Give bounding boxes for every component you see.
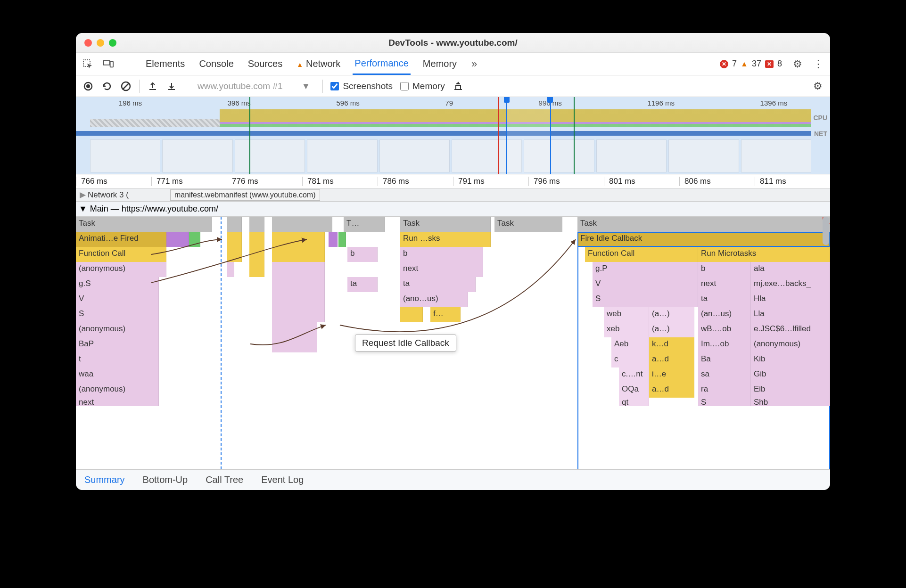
svg-rect-2	[110, 61, 113, 67]
inspect-icon[interactable]	[82, 59, 93, 69]
svg-line-6	[123, 83, 129, 90]
tab-event-log[interactable]: Event Log	[261, 474, 304, 485]
flame-task[interactable]: Task	[76, 217, 212, 232]
main-tabs: Elements Console Sources Network Perform…	[76, 53, 830, 75]
error-icon: ✕	[720, 60, 728, 68]
chevron-down-icon: ▼	[302, 81, 311, 91]
screenshots-checkbox[interactable]: Screenshots	[330, 81, 393, 91]
marker-dcl	[574, 97, 575, 174]
blocked-icon: ✕	[765, 60, 774, 68]
selection-handle-left[interactable]	[504, 97, 510, 103]
tab-elements[interactable]: Elements	[144, 58, 187, 69]
tab-call-tree[interactable]: Call Tree	[206, 474, 243, 485]
timeline-overview[interactable]: 196 ms396 ms596 ms 79996 ms1196 ms1396 m…	[76, 97, 830, 174]
tab-memory[interactable]: Memory	[421, 58, 459, 69]
filmstrip	[90, 139, 811, 172]
flame-scrollbar[interactable]	[823, 217, 829, 469]
marker-fcp	[249, 97, 250, 174]
issue-counts[interactable]: ✕7 ▲37 ✕8	[720, 59, 782, 69]
tab-performance[interactable]: Performance	[353, 53, 411, 75]
overview-selection[interactable]	[506, 97, 551, 174]
warning-icon: ▲	[741, 60, 748, 68]
cpu-track-label: CPU	[813, 114, 827, 122]
scrollbar-thumb[interactable]	[823, 217, 829, 245]
reload-record-icon[interactable]	[101, 81, 113, 92]
window-title: DevTools - www.youtube.com/	[76, 38, 830, 48]
network-request[interactable]: manifest.webmanifest (www.youtube.com)	[170, 189, 320, 201]
device-toggle-icon[interactable]	[103, 59, 114, 69]
profile-dropdown[interactable]: www.youtube.com #1 ▼	[193, 81, 315, 91]
fire-idle-callback[interactable]: Fire Idle Callback	[577, 232, 830, 247]
main-track-header[interactable]: ▼ Main — https://www.youtube.com/	[76, 202, 830, 217]
settings-icon[interactable]: ⚙	[792, 59, 803, 69]
flame-chart[interactable]: Task T… Task Task Task Animati…e Fired R…	[76, 217, 830, 469]
svg-point-4	[86, 84, 90, 88]
net-track-label: NET	[814, 130, 827, 138]
marker-lcp	[498, 97, 499, 174]
garbage-collect-icon[interactable]	[453, 81, 464, 92]
net-chart	[76, 131, 811, 136]
upload-icon[interactable]	[147, 81, 158, 92]
selection-handle-right[interactable]	[547, 97, 553, 103]
detail-tabs: Summary Bottom-Up Call Tree Event Log	[76, 469, 830, 490]
flame-tooltip: Request Idle Callback	[355, 335, 456, 351]
collapse-icon[interactable]: ▼	[79, 204, 87, 214]
more-tabs-icon[interactable]: »	[469, 59, 479, 69]
clear-icon[interactable]	[120, 81, 132, 92]
tab-summary[interactable]: Summary	[84, 474, 125, 485]
memory-checkbox[interactable]: Memory	[400, 81, 445, 91]
tab-console[interactable]: Console	[197, 58, 235, 69]
overview-ticks: 196 ms396 ms596 ms 79996 ms1196 ms1396 m…	[76, 99, 830, 107]
kebab-icon[interactable]: ⋮	[813, 59, 824, 69]
download-icon[interactable]	[166, 81, 177, 92]
time-ruler[interactable]: 766 ms771 ms776 ms781 ms786 ms 791 ms796…	[76, 174, 830, 188]
tab-bottom-up[interactable]: Bottom-Up	[143, 474, 188, 485]
network-track[interactable]: ▶Network 3 ( manifest.webmanifest (www.y…	[76, 188, 830, 202]
record-icon[interactable]	[82, 81, 94, 92]
svg-rect-1	[104, 60, 110, 65]
tab-sources[interactable]: Sources	[246, 58, 284, 69]
capture-settings-icon[interactable]: ⚙	[812, 81, 824, 92]
devtools-window: DevTools - www.youtube.com/ Elements Con…	[76, 33, 830, 490]
titlebar: DevTools - www.youtube.com/	[76, 33, 830, 53]
expand-icon[interactable]: ▶	[80, 190, 86, 200]
perf-toolbar: www.youtube.com #1 ▼ Screenshots Memory …	[76, 75, 830, 97]
cpu-chart	[90, 108, 811, 127]
tab-network[interactable]: Network	[295, 58, 342, 69]
